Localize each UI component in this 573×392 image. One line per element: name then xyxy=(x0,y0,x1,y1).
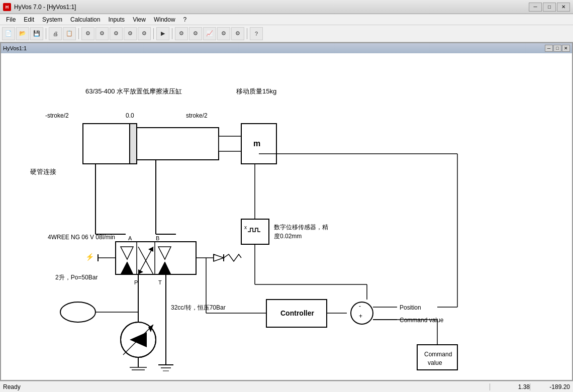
pos-left: -stroke/2 xyxy=(45,112,69,119)
toolbar-btn-tool1[interactable]: ⚙ xyxy=(81,27,94,40)
pump-label: 32cc/转，恒压70Bar xyxy=(171,304,226,311)
toolbar-btn-run[interactable]: ▶ xyxy=(156,27,169,40)
sum-plus: + xyxy=(359,313,362,320)
toolbar-btn-tool5[interactable]: ⚙ xyxy=(138,27,151,40)
toolbar: 📄📂💾🖨📋⚙⚙⚙⚙⚙▶⚙⚙📈⚙⚙? xyxy=(0,25,573,42)
menu-item-?[interactable]: ? xyxy=(179,15,191,24)
status-ready-text: Ready xyxy=(3,383,490,390)
maximize-button[interactable]: □ xyxy=(543,3,556,12)
sub-maximize-button[interactable]: □ xyxy=(553,45,561,52)
sensor-x: x xyxy=(244,225,247,230)
pos-right: stroke/2 xyxy=(186,112,208,119)
menu-item-window[interactable]: Window xyxy=(150,15,179,24)
toolbar-separator xyxy=(172,28,172,39)
menu-item-edit[interactable]: Edit xyxy=(20,15,38,24)
toolbar-btn-tool2[interactable]: ⚙ xyxy=(96,27,109,40)
toolbar-btn-new[interactable]: 📄 xyxy=(2,27,15,40)
diagram-title: 63/35-400 水平放置低摩擦液压缸 xyxy=(85,87,182,95)
spring-right xyxy=(224,254,241,261)
sub-minimize-button[interactable]: ─ xyxy=(545,45,553,52)
toolbar-separator xyxy=(78,28,79,39)
toolbar-btn-tool4[interactable]: ⚙ xyxy=(124,27,137,40)
menu-bar: FileEditSystemCalculationInputsViewWindo… xyxy=(0,14,573,25)
menu-item-view[interactable]: View xyxy=(129,15,150,24)
diagram-svg: 63/35-400 水平放置低摩擦液压缸 移动质量15kg -stroke/2 … xyxy=(1,53,572,380)
mass-symbol: m xyxy=(253,139,260,148)
cmd-box-line2: value xyxy=(428,359,442,366)
toolbar-separator xyxy=(46,28,46,39)
close-button[interactable]: ✕ xyxy=(557,3,570,12)
cylinder-left xyxy=(83,124,133,164)
valve-label: 4WREE NG 06 V 08l/min xyxy=(48,234,115,241)
toolbar-btn-tool6[interactable]: ⚙ xyxy=(175,27,188,40)
sum-minus: - xyxy=(359,303,361,310)
sub-window-title: HyVos1:1 xyxy=(3,45,27,51)
toolbar-btn-tool3[interactable]: ⚙ xyxy=(110,27,123,40)
piston xyxy=(130,124,137,164)
port-p: P xyxy=(134,279,138,285)
mdi-area: HyVos1:1 ─ □ ✕ 63/35-400 水平放置低摩擦液压缸 移动质量… xyxy=(0,42,573,381)
position-label: Position xyxy=(400,304,421,311)
toolbar-btn-tool7[interactable]: ⚙ xyxy=(189,27,202,40)
sensor-label: 数字位移传感器，精 xyxy=(274,224,328,231)
menu-item-file[interactable]: File xyxy=(2,15,20,24)
toolbar-btn-print[interactable]: 🖨 xyxy=(49,27,62,40)
cmd-box-line1: Command xyxy=(424,351,452,358)
toolbar-separator xyxy=(247,28,247,39)
port-t: T xyxy=(158,279,162,285)
accumulator-label: 2升，Po=50Bar xyxy=(55,274,98,281)
port-b: B xyxy=(156,235,159,241)
toolbar-btn-save[interactable]: 💾 xyxy=(30,27,43,40)
mass-label: 移动质量15kg xyxy=(236,87,276,95)
status-coord2: -189.20 xyxy=(530,383,570,390)
status-coord1: 1.38 xyxy=(490,383,530,390)
toolbar-btn-chart[interactable]: 📈 xyxy=(203,27,216,40)
menu-item-system[interactable]: System xyxy=(38,15,66,24)
accumulator-ellipse xyxy=(60,302,96,322)
title-bar: H HyVos 7.0 - [HyVos1:1] ─ □ ✕ xyxy=(0,0,573,14)
window-title: HyVos 7.0 - [HyVos1:1] xyxy=(14,4,76,11)
sub-window: HyVos1:1 ─ □ ✕ 63/35-400 水平放置低摩擦液压缸 移动质量… xyxy=(0,42,573,381)
toolbar-btn-tool9[interactable]: ⚙ xyxy=(231,27,244,40)
sub-close-button[interactable]: ✕ xyxy=(562,45,570,52)
check-valve-right xyxy=(214,254,224,261)
sub-title-bar: HyVos1:1 ─ □ ✕ xyxy=(1,43,572,53)
toolbar-btn-tool8[interactable]: ⚙ xyxy=(217,27,230,40)
canvas-area[interactable]: 63/35-400 水平放置低摩擦液压缸 移动质量15kg -stroke/2 … xyxy=(1,53,572,380)
app-icon: H xyxy=(3,3,11,11)
hard-pipe-label: 硬管连接 xyxy=(30,168,56,175)
menu-item-inputs[interactable]: Inputs xyxy=(104,15,129,24)
toolbar-btn-open[interactable]: 📂 xyxy=(16,27,29,40)
pos-center: 0.0 xyxy=(126,112,134,119)
window-controls: ─ □ ✕ xyxy=(529,3,570,12)
toolbar-btn-clipboard[interactable]: 📋 xyxy=(63,27,76,40)
cylinder-right xyxy=(133,128,219,160)
solenoid-left-icon: ⚡ xyxy=(85,253,94,261)
status-bar: Ready 1.38 -189.20 xyxy=(0,381,573,392)
controller-label: Controller xyxy=(280,309,314,317)
minimize-button[interactable]: ─ xyxy=(529,3,542,12)
toolbar-separator xyxy=(153,28,154,39)
toolbar-btn-help[interactable]: ? xyxy=(250,27,263,40)
menu-item-calculation[interactable]: Calculation xyxy=(66,15,104,24)
sensor-label2: 度0.02mm xyxy=(274,233,302,240)
port-a: A xyxy=(128,235,132,241)
